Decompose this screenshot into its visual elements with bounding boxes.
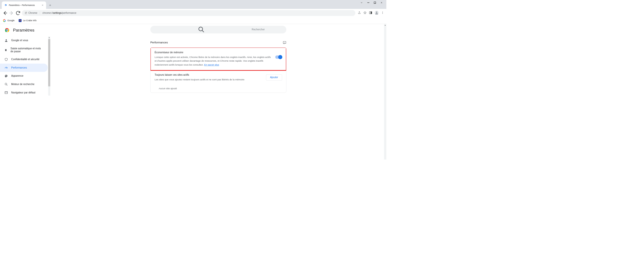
profile-avatar[interactable] [374,11,379,15]
bookmark-star-icon[interactable] [364,11,366,15]
main-content: ▲ Performances Économiseur de mémoire Lo… [50,24,386,159]
page-title: Paramètres [13,28,34,33]
chevron-down-icon[interactable] [360,1,363,5]
crab-icon [19,19,22,22]
svg-rect-19 [5,91,8,93]
back-button[interactable] [2,10,8,16]
site-chip: Chrome [25,12,38,15]
titlebar: Paramètres – Performances ＋ [0,0,386,9]
sidebar-item-appearance[interactable]: Apparence [0,72,48,80]
shield-icon [4,58,8,61]
svg-point-15 [6,40,7,41]
chrome-icon [25,12,27,14]
forward-button[interactable] [9,10,14,16]
svg-point-8 [382,12,383,12]
memory-saver-toggle[interactable] [275,56,282,59]
svg-rect-0 [367,3,369,3]
settings-brand: Paramètres [0,24,50,36]
performance-card: Économiseur de mémoire Lorsque cette opt… [150,47,286,93]
svg-point-10 [382,13,383,14]
memory-saver-desc: Lorsque cette option est activée, Chrome… [155,55,272,67]
add-site-button[interactable]: Ajouter [266,75,282,81]
browser-icon [4,91,8,94]
always-active-title: Toujours laisser ces sites actifs [155,74,266,76]
bookmark-google[interactable]: Google [3,19,14,22]
feedback-icon[interactable] [283,41,286,44]
close-icon[interactable] [42,4,44,7]
sidebar-scrollbar[interactable]: ▲ [48,37,50,96]
share-icon[interactable] [358,11,361,15]
bookmark-lecrabeinfo[interactable]: Le Crabe Info [19,19,37,22]
gear-icon [4,4,7,7]
url: chrome://settings/performance [42,12,76,15]
sidebar-item-privacy[interactable]: Confidentialité et sécurité [0,55,48,64]
main-scrollbar[interactable]: ▲ [384,24,386,159]
sidebar-item-search[interactable]: Moteur de recherche [0,80,48,89]
svg-rect-17 [6,49,6,49]
sidebar: Paramètres Google et vous Saisie automat… [0,24,50,159]
memory-saver-title: Économiseur de mémoire [155,51,272,54]
svg-rect-5 [371,12,372,14]
sidebar-item-google[interactable]: Google et vous [0,37,48,45]
gauge-icon [4,66,8,70]
maximize-icon[interactable] [374,2,376,5]
new-tab-button[interactable]: ＋ [48,3,53,8]
browser-tab[interactable]: Paramètres – Performances [2,2,46,9]
minimize-icon[interactable] [367,2,369,5]
svg-point-3 [26,12,26,13]
empty-sites-text: Aucun site ajouté [150,85,286,92]
search-icon [4,83,8,86]
side-panel-icon[interactable] [369,11,372,15]
svg-point-18 [5,83,7,85]
sidebar-item-performance[interactable]: Performances [0,64,48,72]
google-icon [3,19,6,22]
address-bar[interactable]: Chrome │ chrome://settings/performance [22,10,356,16]
sidebar-item-default-browser[interactable]: Navigateur par défaut [0,89,48,97]
svg-rect-16 [5,49,7,51]
sidebar-item-autofill[interactable]: Saisie automatique et mots de passe [0,45,48,55]
svg-point-14 [6,29,8,31]
window-close-icon[interactable] [380,2,383,5]
section-heading: Performances [150,41,168,44]
search-input[interactable] [252,28,283,31]
settings-search[interactable] [150,26,286,33]
clipboard-icon [4,48,7,52]
toolbar: Chrome │ chrome://settings/performance [0,9,386,17]
always-active-row: Toujours laisser ces sites actifs Les si… [150,71,286,85]
bookmarks-bar: Google Le Crabe Info [0,17,386,24]
svg-point-20 [199,27,203,31]
always-active-desc: Les sites que vous ajoutez restent toujo… [155,78,266,82]
svg-point-9 [382,12,383,13]
person-icon [4,39,8,42]
learn-more-link[interactable]: En savoir plus [204,64,219,66]
window-controls [356,0,386,6]
search-icon [154,26,249,33]
svg-rect-1 [374,2,376,4]
palette-icon [4,74,8,78]
tab-title: Paramètres – Performances [9,4,40,7]
chrome-logo-icon [4,28,10,33]
memory-saver-row: Économiseur de mémoire Lorsque cette opt… [150,48,286,71]
svg-point-7 [376,11,378,13]
reload-button[interactable] [15,10,21,16]
menu-icon[interactable] [381,11,384,15]
